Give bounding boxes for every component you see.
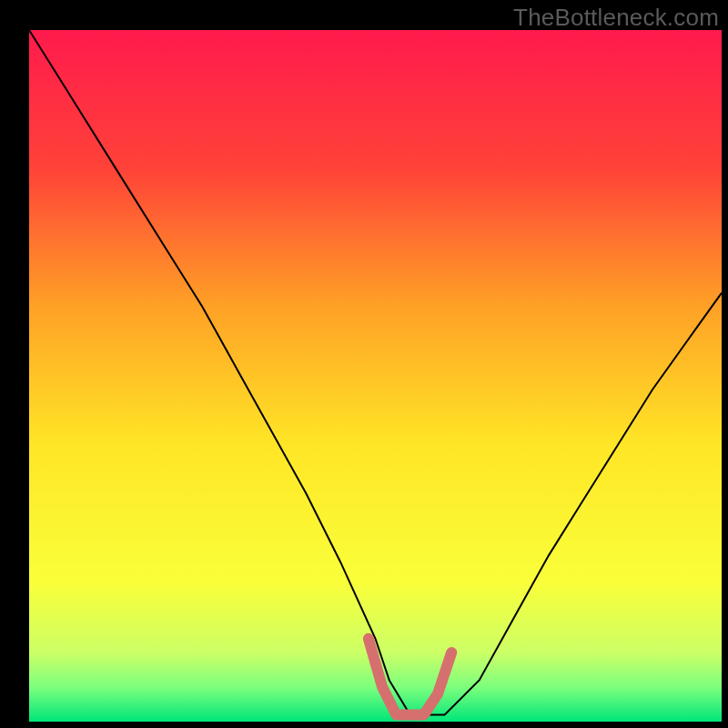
plot-background	[29, 30, 722, 722]
chart-frame: TheBottleneck.com	[0, 0, 728, 728]
watermark-text: TheBottleneck.com	[513, 4, 719, 32]
bottleneck-chart	[0, 0, 728, 728]
